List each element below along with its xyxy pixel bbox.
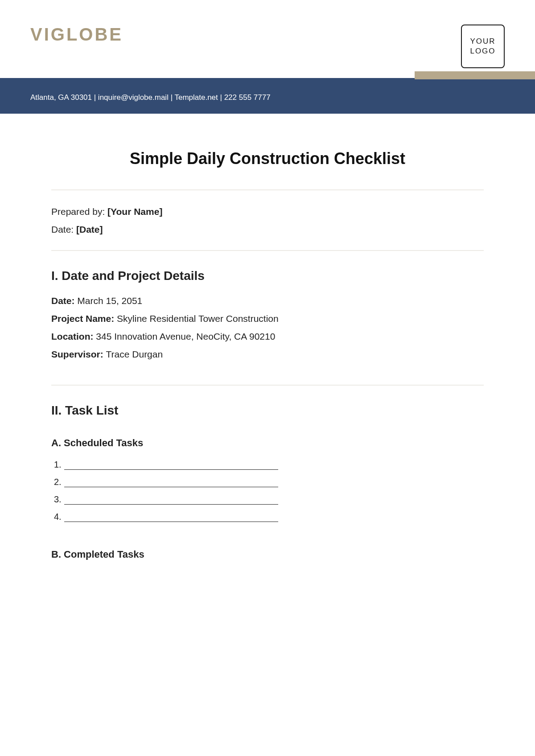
contact-bar: Atlanta, GA 30301 | inquire@viglobe.mail… xyxy=(0,78,535,114)
prepared-by-row: Prepared by: [Your Name] xyxy=(51,206,484,217)
list-item: 3. xyxy=(54,494,484,505)
blank-line[interactable] xyxy=(64,516,278,522)
brand-name: VIGLOBE xyxy=(30,25,123,45)
detail-value: Skyline Residential Tower Construction xyxy=(117,313,279,324)
task-num: 4. xyxy=(54,512,62,522)
detail-date: Date: March 15, 2051 xyxy=(51,296,484,306)
task-num: 3. xyxy=(54,494,62,505)
blank-line[interactable] xyxy=(64,498,278,505)
prepared-by-label: Prepared by: xyxy=(51,206,107,217)
date-meta-row: Date: [Date] xyxy=(51,224,484,235)
task-num: 2. xyxy=(54,477,62,487)
list-item: 1. xyxy=(54,460,484,470)
detail-label: Location: xyxy=(51,331,96,341)
detail-project-name: Project Name: Skyline Residential Tower … xyxy=(51,313,484,324)
list-item: 2. xyxy=(54,477,484,487)
section-1-heading: I. Date and Project Details xyxy=(51,269,484,283)
scheduled-task-list: 1. 2. 3. 4. xyxy=(51,460,484,522)
completed-tasks-heading: B. Completed Tasks xyxy=(51,549,484,560)
detail-location: Location: 345 Innovation Avenue, NeoCity… xyxy=(51,331,484,342)
contact-line: Atlanta, GA 30301 | inquire@viglobe.mail… xyxy=(30,93,271,102)
prepared-by-value: [Your Name] xyxy=(107,206,162,217)
accent-strip xyxy=(415,71,535,79)
scheduled-tasks-heading: A. Scheduled Tasks xyxy=(51,437,484,449)
section-2-heading: II. Task List xyxy=(51,403,484,418)
page-title: Simple Daily Construction Checklist xyxy=(51,149,484,168)
detail-label: Date: xyxy=(51,296,77,306)
divider xyxy=(51,250,484,251)
detail-supervisor: Supervisor: Trace Durgan xyxy=(51,349,484,360)
list-item: 4. xyxy=(54,512,484,522)
project-details: Date: March 15, 2051 Project Name: Skyli… xyxy=(51,296,484,360)
logo-placeholder: YOUR LOGO xyxy=(461,25,505,68)
detail-value: Trace Durgan xyxy=(106,349,163,359)
meta-block: Prepared by: [Your Name] Date: [Date] xyxy=(51,190,484,250)
logo-text: YOUR LOGO xyxy=(470,37,495,56)
blank-line[interactable] xyxy=(64,481,278,487)
detail-value: 345 Innovation Avenue, NeoCity, CA 90210 xyxy=(96,331,275,341)
date-meta-label: Date: xyxy=(51,224,76,234)
divider xyxy=(51,385,484,386)
detail-label: Project Name: xyxy=(51,313,117,324)
task-num: 1. xyxy=(54,460,62,470)
date-meta-value: [Date] xyxy=(76,224,103,234)
detail-value: March 15, 2051 xyxy=(77,296,142,306)
detail-label: Supervisor: xyxy=(51,349,106,359)
blank-line[interactable] xyxy=(64,464,278,470)
